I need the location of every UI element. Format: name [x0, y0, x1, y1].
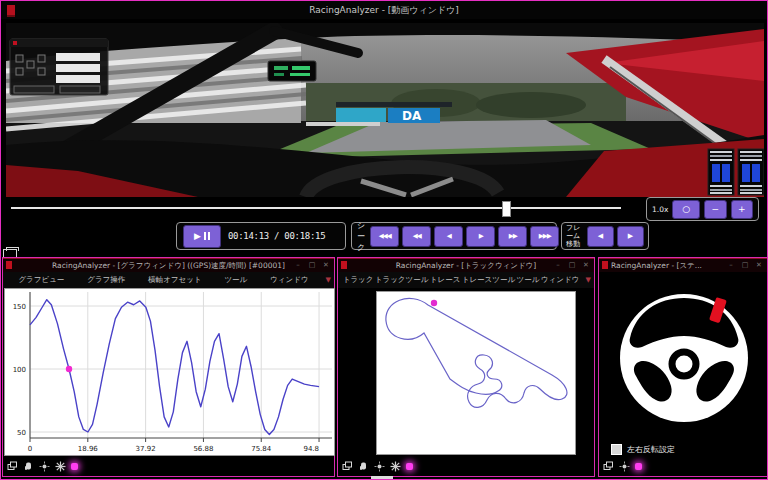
seek-button[interactable]: ▶: [466, 226, 495, 247]
sparkle-icon[interactable]: [55, 461, 66, 472]
play-pause-button[interactable]: ▶: [183, 225, 221, 248]
track-titlebar: RacingAnalyzer - [トラックウィンドウ] – □ ✕: [338, 258, 594, 272]
windows-icon[interactable]: [603, 461, 614, 472]
magenta-dot[interactable]: [406, 463, 413, 470]
speed-plus-button[interactable]: +: [731, 200, 754, 219]
menu-item-ツール[interactable]: ツール: [224, 275, 247, 285]
close-button[interactable]: ✕: [753, 259, 765, 272]
sun-icon[interactable]: [619, 461, 630, 472]
car-position-marker: [431, 300, 437, 306]
timeline-handle[interactable]: [502, 201, 511, 217]
svg-text:18.96: 18.96: [78, 445, 99, 453]
main-titlebar: RacingAnalyzer - [動画ウィンドウ] – □ ✕: [1, 1, 767, 19]
flip-setting-row: 左右反転設定: [611, 444, 675, 455]
frame-buttons: ◀▶: [587, 226, 644, 247]
menu-item-トラック[interactable]: トラック: [343, 275, 374, 285]
video-viewport[interactable]: DA: [6, 23, 764, 197]
graph-statusbar: [5, 459, 78, 474]
hand-icon[interactable]: [358, 461, 369, 472]
minimize-button[interactable]: –: [292, 259, 304, 272]
windows-icon[interactable]: [342, 461, 353, 472]
racing-analyzer-app: RacingAnalyzer - [動画ウィンドウ] – □ ✕: [0, 0, 768, 480]
svg-text:75.84: 75.84: [251, 445, 272, 453]
frame-step-group: フレーム 移動 ◀▶: [561, 222, 649, 250]
speed-label: 1.0x: [652, 205, 668, 214]
playback-speed-group: 1.0x ○ − +: [646, 197, 759, 221]
track-map[interactable]: [376, 291, 576, 455]
track-menubar: トラックトラックツールトレーストレースツールツールウィンドウ: [338, 272, 594, 288]
close-button[interactable]: ✕: [580, 259, 592, 272]
maximize-button[interactable]: □: [306, 259, 318, 272]
chevron-down-icon[interactable]: ▼: [326, 276, 331, 284]
svg-text:37.92: 37.92: [136, 445, 156, 453]
svg-text:50: 50: [17, 429, 26, 437]
chevron-down-icon[interactable]: ▼: [586, 276, 591, 284]
timeline-track[interactable]: [11, 207, 621, 209]
svg-text:DA: DA: [402, 109, 422, 123]
menu-item-トラックツール[interactable]: トラックツール: [375, 275, 429, 285]
flip-checkbox-label: 左右反転設定: [627, 444, 675, 455]
video-frame-graphic: DA: [6, 23, 764, 197]
magenta-dot[interactable]: [71, 463, 78, 470]
graph-window-title: RacingAnalyzer - [グラフウィンドウ] ((GPS)速度/時間)…: [3, 259, 334, 272]
steering-window: RacingAnalyzer - [ステ... – □ ✕ 左右反転設定: [598, 257, 768, 477]
wheel-hub: [672, 352, 696, 376]
menu-item-グラフ操作[interactable]: グラフ操作: [87, 275, 125, 285]
seek-button[interactable]: ◀: [434, 226, 463, 247]
app-icon: [7, 5, 15, 17]
close-button[interactable]: ✕: [320, 259, 332, 272]
graph-window: RacingAnalyzer - [グラフウィンドウ] ((GPS)速度/時間)…: [2, 257, 335, 477]
track-statusbar: [340, 459, 413, 474]
seek-button[interactable]: ◀◀◀: [370, 226, 399, 247]
menu-item-トレース[interactable]: トレース: [430, 275, 461, 285]
svg-text:100: 100: [13, 366, 26, 374]
maximize-button[interactable]: □: [566, 259, 578, 272]
video-overlay-panel[interactable]: [10, 39, 108, 95]
seek-buttons: ◀◀◀◀◀◀▶▶▶▶▶▶: [370, 226, 559, 247]
bottom-resize-notch: [371, 476, 393, 479]
minimize-button[interactable]: –: [552, 259, 564, 272]
menu-item-ウィンドウ[interactable]: ウィンドウ: [541, 275, 579, 285]
magenta-dot[interactable]: [635, 463, 642, 470]
flip-checkbox[interactable]: [611, 444, 622, 455]
sparkle-icon[interactable]: [390, 461, 401, 472]
seek-label: シーク: [357, 220, 365, 253]
frame-step-label: フレーム 移動: [566, 224, 584, 248]
steering-wheel-graphic: [608, 278, 760, 438]
seek-button[interactable]: ◀◀: [402, 226, 431, 247]
frame-step-button[interactable]: ◀: [587, 226, 614, 247]
svg-text:56.88: 56.88: [193, 445, 213, 453]
seek-button[interactable]: ▶▶: [498, 226, 527, 247]
speed-time-chart[interactable]: 018.9637.9256.8875.8494.815010050: [4, 288, 335, 456]
minimize-button[interactable]: –: [725, 259, 737, 272]
play-icon: ▶: [194, 232, 201, 241]
sun-icon[interactable]: [374, 461, 385, 472]
steer-statusbar: [601, 459, 642, 474]
seek-button[interactable]: ▶▶▶: [530, 226, 559, 247]
menu-item-ウィンドウ[interactable]: ウィンドウ: [270, 275, 308, 285]
main-window-title: RacingAnalyzer - [動画ウィンドウ]: [1, 1, 767, 19]
hand-icon[interactable]: [23, 461, 34, 472]
svg-text:0: 0: [28, 445, 32, 453]
svg-text:94.8: 94.8: [303, 445, 319, 453]
seek-group: シーク ◀◀◀◀◀◀▶▶▶▶▶▶: [351, 222, 557, 250]
data-logger-display: [268, 61, 316, 81]
pause-icon: [204, 232, 210, 240]
menu-item-横軸オフセット[interactable]: 横軸オフセット: [148, 275, 201, 285]
maximize-button[interactable]: □: [739, 259, 751, 272]
svg-text:150: 150: [13, 303, 26, 311]
track-window: RacingAnalyzer - [トラックウィンドウ] – □ ✕ トラックト…: [337, 257, 595, 477]
steering-wheel-display: [608, 278, 760, 438]
menu-item-グラフビュー[interactable]: グラフビュー: [18, 275, 64, 285]
steer-titlebar: RacingAnalyzer - [ステ... – □ ✕: [599, 258, 767, 272]
graph-titlebar: RacingAnalyzer - [グラフウィンドウ] ((GPS)速度/時間)…: [3, 258, 334, 272]
windows-icon[interactable]: [7, 461, 18, 472]
speed-reset-button[interactable]: ○: [672, 200, 700, 219]
speed-minus-button[interactable]: −: [704, 200, 727, 219]
menu-item-トレースツール[interactable]: トレースツール: [462, 275, 515, 285]
frame-step-button[interactable]: ▶: [617, 226, 644, 247]
sun-icon[interactable]: [39, 461, 50, 472]
menu-item-ツール[interactable]: ツール: [517, 275, 540, 285]
bridge: [336, 102, 452, 107]
time-display: 00:14:13 / 00:18:15: [228, 231, 325, 241]
